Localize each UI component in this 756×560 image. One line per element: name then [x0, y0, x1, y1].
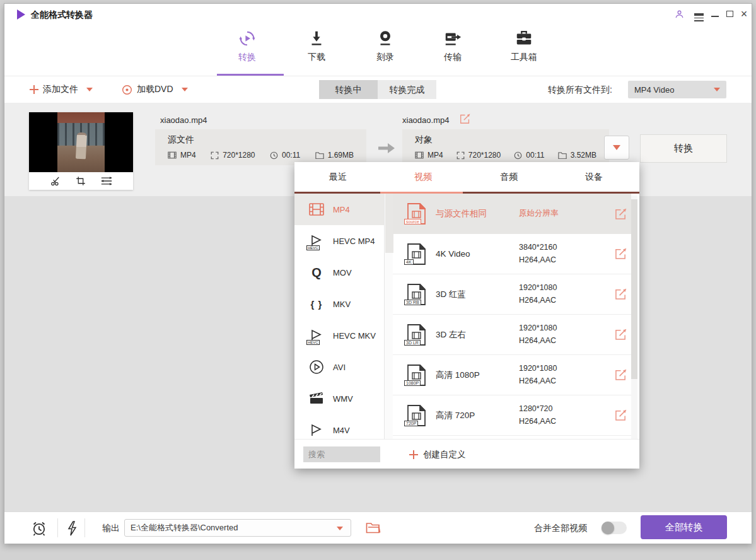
- output-format-select[interactable]: MP4 Video: [628, 81, 726, 98]
- popup-tab-recent[interactable]: 最近: [306, 162, 369, 192]
- target-format-dropdown-button[interactable]: [604, 136, 629, 160]
- format-label: MP4: [333, 205, 350, 214]
- output-path-input[interactable]: [124, 519, 351, 537]
- format-item-mp4[interactable]: MP4: [294, 194, 384, 225]
- format-picker-popup: 最近 视频 音频 设备 MP4 HEVC HEVC MP4 Q MOV { } …: [294, 162, 639, 469]
- edit-preset-icon[interactable]: [615, 369, 627, 381]
- tab-finished[interactable]: 转换完成: [378, 80, 436, 99]
- create-custom-button[interactable]: 创建自定义: [409, 440, 466, 469]
- popup-tab-device[interactable]: 设备: [562, 162, 625, 192]
- format-label: WMV: [333, 394, 353, 404]
- preset-name: 高清 1080P: [436, 370, 519, 381]
- open-folder-icon[interactable]: [366, 522, 381, 534]
- edit-preset-icon[interactable]: [615, 208, 627, 220]
- burn-disc-icon: [357, 29, 414, 48]
- minimize-icon[interactable]: [707, 6, 723, 21]
- source-file-page-icon: source: [407, 203, 426, 225]
- resolution-icon: [211, 151, 219, 160]
- chevron-down-icon: [86, 88, 93, 91]
- format-item-hevc-mkv[interactable]: HEVC HEVC MKV: [294, 320, 384, 351]
- preset-name: 4K Video: [436, 249, 519, 259]
- preset-list-scrollbar: [631, 195, 637, 439]
- tab-transfer[interactable]: 传输: [424, 29, 481, 63]
- menu-icon[interactable]: [691, 6, 706, 21]
- preset-3d-left-right[interactable]: 3D LR 3D 左右 1920*1080H264,AAC: [393, 315, 631, 355]
- source-info-box: 源文件 MP4 720*1280 00:11 1.69MB: [155, 129, 366, 165]
- plus-icon: [30, 85, 38, 94]
- chevron-down-icon: [182, 88, 188, 91]
- user-icon[interactable]: [672, 6, 687, 21]
- popup-tab-video[interactable]: 视频: [392, 162, 455, 192]
- target-duration: 00:11: [526, 151, 544, 160]
- tab-burn[interactable]: 刻录: [357, 29, 414, 63]
- high-speed-bolt-icon[interactable]: [66, 521, 78, 536]
- preset-specs: 1280*720H264,AAC: [519, 403, 614, 428]
- film-icon: [415, 151, 424, 159]
- preset-hd-720p[interactable]: 720P 高清 720P 1280*720H264,AAC: [393, 395, 631, 436]
- tab-toolbox-label: 工具箱: [496, 52, 552, 63]
- filmstrip-icon: [308, 201, 325, 218]
- format-label: M4V: [333, 426, 350, 435]
- preset-same-as-source[interactable]: source 与源文件相同 原始分辨率: [393, 194, 631, 234]
- tab-convert[interactable]: 转换: [219, 29, 276, 63]
- bottom-bar: 输出 合并全部视频 全部转换: [4, 511, 752, 544]
- preset-specs: 1920*1080H264,AAC: [519, 282, 614, 306]
- load-dvd-label: 加载DVD: [137, 84, 173, 95]
- chevron-down-icon[interactable]: [337, 527, 343, 530]
- download-arrow-icon: [288, 29, 345, 48]
- convert-button[interactable]: 转换: [640, 134, 727, 163]
- effects-sliders-icon[interactable]: [100, 175, 113, 187]
- tab-download[interactable]: 下载: [288, 29, 345, 63]
- play-flag-icon: [308, 422, 325, 438]
- target-info-box: 对象 MP4 720*1280 00:11 3.52MB: [402, 129, 609, 165]
- preset-4k-video[interactable]: 4K 4K Video 3840*2160H264,AAC: [393, 234, 631, 274]
- target-resolution: 720*1280: [468, 151, 501, 160]
- braces-icon: { }: [308, 296, 325, 312]
- search-input[interactable]: [303, 446, 380, 462]
- merge-videos-toggle[interactable]: [602, 522, 627, 534]
- app-window: 全能格式转换器 × 转换 下载 刻录 传输 工具箱: [4, 3, 752, 544]
- preset-3d-red-blue[interactable]: 3D RB 3D 红蓝 1920*1080H264,AAC: [393, 274, 631, 315]
- edit-preset-icon[interactable]: [615, 409, 627, 421]
- edit-preset-icon[interactable]: [615, 288, 627, 300]
- video-thumbnail: [29, 112, 133, 190]
- play-circle-icon: [308, 359, 325, 375]
- format-item-mkv[interactable]: { } MKV: [294, 288, 384, 320]
- arrow-right-icon: [378, 143, 395, 154]
- preset-list: source 与源文件相同 原始分辨率 4K 4K Video 3840*216…: [393, 194, 631, 439]
- scissors-trim-icon[interactable]: [50, 175, 61, 187]
- clock-icon: [514, 151, 522, 160]
- add-files-button[interactable]: 添加文件: [30, 76, 93, 103]
- close-icon[interactable]: ×: [736, 6, 752, 21]
- scrollbar-thumb[interactable]: [631, 199, 637, 379]
- format-item-mov[interactable]: Q MOV: [294, 257, 384, 288]
- titlebar: 全能格式转换器 ×: [4, 4, 752, 25]
- convert-all-button[interactable]: 全部转换: [641, 515, 727, 539]
- tab-toolbox[interactable]: 工具箱: [496, 29, 552, 63]
- edit-preset-icon[interactable]: [615, 329, 627, 341]
- preset-specs: 1920*1080H264,AAC: [519, 363, 614, 387]
- crop-icon[interactable]: [75, 175, 86, 187]
- video-file-page-icon: 3D RB: [407, 284, 426, 305]
- schedule-clock-icon[interactable]: [31, 520, 47, 537]
- format-item-avi[interactable]: AVI: [294, 351, 384, 383]
- format-label: AVI: [333, 363, 346, 372]
- target-box-title: 对象: [415, 134, 596, 146]
- hevc-play-flag-icon: HEVC: [308, 327, 325, 344]
- edit-preset-icon[interactable]: [615, 248, 627, 260]
- format-item-wmv[interactable]: WMV: [294, 383, 384, 414]
- format-item-m4v[interactable]: M4V: [294, 414, 384, 439]
- maximize-icon[interactable]: [722, 6, 737, 21]
- toolbar: 添加文件 加载DVD 转换中 转换完成 转换所有文件到: MP4 Video: [4, 76, 752, 103]
- convert-refresh-play-icon: [219, 29, 276, 48]
- rename-edit-icon[interactable]: [460, 114, 470, 124]
- merge-videos-label: 合并全部视频: [534, 523, 587, 534]
- preset-hd-1080p[interactable]: 1080P 高清 1080P 1920*1080H264,AAC: [393, 355, 631, 395]
- format-list: MP4 HEVC HEVC MP4 Q MOV { } MKV HEVC HEV…: [294, 194, 384, 439]
- load-dvd-button[interactable]: 加载DVD: [122, 76, 188, 103]
- popup-tab-audio[interactable]: 音频: [477, 162, 540, 192]
- tab-converting[interactable]: 转换中: [319, 80, 378, 99]
- divider: [84, 518, 85, 537]
- plus-icon: [409, 450, 418, 459]
- format-item-hevc-mp4[interactable]: HEVC HEVC MP4: [294, 225, 384, 257]
